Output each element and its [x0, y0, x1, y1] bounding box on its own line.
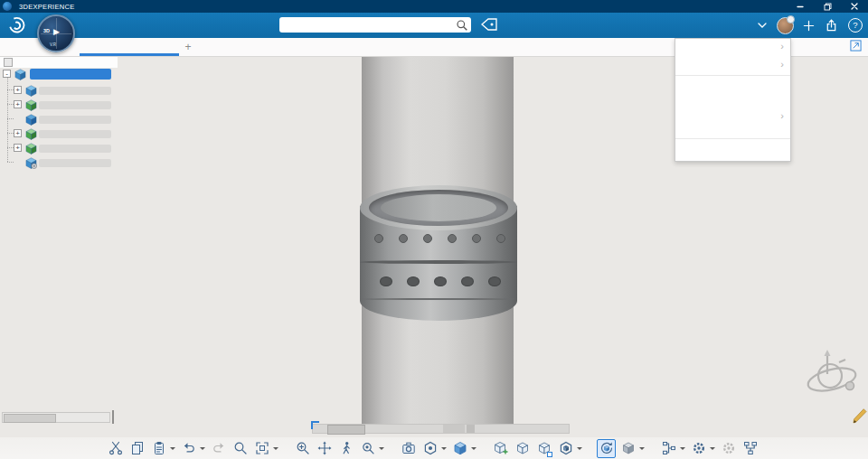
representation-icon[interactable]	[25, 156, 37, 168]
search-input[interactable]	[279, 18, 456, 32]
tree-expand-icon[interactable]: +	[14, 129, 22, 137]
undo-group	[179, 439, 206, 458]
caret-down-icon	[379, 447, 384, 450]
update-button[interactable]	[597, 439, 616, 458]
manage-views-button[interactable]	[618, 439, 637, 458]
tree-guide-line	[7, 118, 14, 119]
close-button[interactable]	[841, 0, 868, 13]
tree-expand-icon[interactable]: +	[14, 100, 22, 108]
tree-item-label[interactable]	[39, 101, 111, 109]
help-button[interactable]: ?	[848, 18, 863, 33]
menu-item[interactable]: ›	[675, 107, 790, 125]
tree-item-label[interactable]	[39, 87, 111, 95]
tree-item-label[interactable]	[39, 159, 111, 167]
settings-alt-button[interactable]	[719, 439, 738, 458]
zoom-button[interactable]	[293, 439, 312, 458]
tree-item-label[interactable]	[39, 116, 111, 124]
pan-button[interactable]	[315, 439, 334, 458]
bolt-hole	[472, 234, 481, 243]
product-icon[interactable]	[25, 113, 37, 125]
structure-view-icon	[743, 441, 758, 455]
graph-options-button[interactable]	[689, 439, 708, 458]
assembly-icon[interactable]	[14, 68, 26, 80]
search-icon[interactable]	[456, 19, 468, 32]
shape-options-button[interactable]	[556, 439, 575, 458]
new-tab-button[interactable]: +	[181, 40, 195, 54]
view-settings-button[interactable]	[420, 439, 439, 458]
panel-expand-icon[interactable]	[848, 40, 863, 54]
compass-play-icon: ▶	[53, 27, 60, 36]
tree-expand-icon[interactable]: +	[14, 144, 22, 152]
graph-options-menu-caret[interactable]	[708, 439, 716, 458]
tree-guide-line	[7, 133, 14, 134]
maximize-button[interactable]	[814, 0, 841, 13]
examine-menu-caret[interactable]	[377, 439, 385, 458]
new-part-button[interactable]	[534, 439, 553, 458]
minimize-button[interactable]	[787, 0, 814, 13]
paste-menu-caret[interactable]	[168, 439, 176, 458]
component-blue-icon[interactable]	[25, 84, 37, 96]
bolt-hole	[423, 234, 432, 243]
new-part-icon	[537, 441, 552, 455]
scrollbar-thumb[interactable]	[4, 414, 56, 423]
capture-button[interactable]	[399, 439, 418, 458]
tree-expand-icon[interactable]: +	[14, 86, 22, 94]
paste-button[interactable]	[149, 439, 168, 458]
tree-item-label[interactable]	[39, 130, 111, 138]
tree-row: -	[0, 68, 118, 80]
menu-item[interactable]: ›	[675, 55, 790, 73]
design-tree-button[interactable]	[659, 439, 678, 458]
share-button[interactable]	[825, 19, 838, 33]
tree-panel-scrollbar[interactable]	[2, 412, 110, 423]
zoom-area-icon	[233, 441, 248, 455]
user-avatar[interactable]	[777, 17, 793, 33]
cut-button[interactable]	[106, 439, 125, 458]
examine-button[interactable]	[358, 439, 377, 458]
render-style-button[interactable]	[450, 439, 469, 458]
panel-resize-handle[interactable]	[112, 410, 114, 424]
insert-component-group	[491, 439, 510, 458]
design-tree-menu-caret[interactable]	[678, 439, 686, 458]
tree-collapse-icon[interactable]: -	[3, 70, 11, 78]
component-green-icon[interactable]	[25, 98, 37, 110]
settings-alt-group	[719, 439, 738, 458]
tree-item-label[interactable]	[30, 69, 111, 80]
compass-button[interactable]: 3D ▶ V.R	[37, 14, 75, 52]
navigation-gyroscope[interactable]	[799, 349, 864, 407]
application-window: 3DEXPERIENCE	[0, 0, 868, 459]
scrollbar-thumb[interactable]	[327, 425, 365, 435]
new-product-group	[513, 439, 532, 458]
insert-component-button[interactable]	[491, 439, 510, 458]
view-settings-menu-caret[interactable]	[439, 439, 448, 458]
fit-all-button[interactable]	[252, 439, 271, 458]
manage-views-menu-caret[interactable]	[637, 439, 646, 458]
tree-panel-icon[interactable]	[4, 58, 13, 67]
restore-icon	[824, 3, 832, 11]
undo-button[interactable]	[179, 439, 198, 458]
copy-button[interactable]	[127, 439, 146, 458]
app-logo-icon	[3, 2, 12, 11]
tree-item-label[interactable]	[39, 145, 111, 153]
new-product-button[interactable]	[513, 439, 532, 458]
tag-icon[interactable]	[479, 17, 499, 33]
chevron-down-icon[interactable]	[758, 23, 767, 28]
menu-item[interactable]: ›	[675, 39, 790, 54]
oval-slot	[380, 276, 392, 286]
zoom-area-button[interactable]	[231, 439, 250, 458]
component-green-icon[interactable]	[25, 142, 37, 154]
window-title: 3DEXPERIENCE	[19, 3, 75, 11]
component-green-icon[interactable]	[25, 127, 37, 139]
render-style-group	[450, 439, 477, 458]
structure-view-button[interactable]	[741, 439, 760, 458]
fit-all-menu-caret[interactable]	[271, 439, 279, 458]
walk-button[interactable]	[336, 439, 355, 458]
render-style-menu-caret[interactable]	[469, 439, 477, 458]
add-content-button[interactable]	[803, 20, 815, 32]
viewport-scrollbar[interactable]	[312, 424, 570, 434]
paste-icon	[152, 441, 166, 455]
shape-options-menu-caret[interactable]	[575, 439, 583, 458]
pan-group	[315, 439, 334, 458]
caret-down-icon	[471, 447, 476, 450]
redo-button[interactable]	[209, 439, 228, 458]
undo-menu-caret[interactable]	[198, 439, 206, 458]
